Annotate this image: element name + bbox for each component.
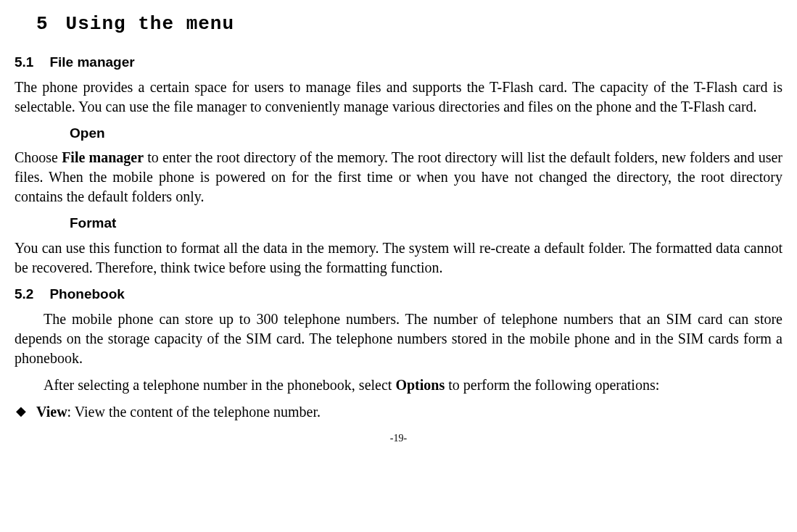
- bullet-text: View: View the content of the telephone …: [36, 402, 321, 422]
- file-manager-intro: The phone provides a certain space for u…: [15, 78, 782, 117]
- subsection-open: Open: [70, 124, 782, 143]
- open-body: Choose File manager to enter the root di…: [15, 148, 782, 207]
- section-heading-phonebook: 5.2Phonebook: [15, 285, 782, 304]
- chapter-number: 5: [36, 13, 49, 35]
- para2-before: After selecting a telephone number in th…: [44, 377, 395, 393]
- chapter-title: Using the menu: [66, 13, 234, 35]
- para2-bold: Options: [395, 377, 445, 393]
- phonebook-para2: After selecting a telephone number in th…: [15, 375, 782, 395]
- phonebook-para1: The mobile phone can store up to 300 tel…: [15, 309, 782, 368]
- open-before: Choose: [15, 149, 62, 165]
- open-bold: File manager: [62, 149, 144, 165]
- section-heading-file-manager: 5.1File manager: [15, 53, 782, 72]
- format-body: You can use this function to format all …: [15, 238, 782, 278]
- section-number: 5.1: [15, 54, 33, 70]
- chapter-heading: 5Using the menu: [36, 12, 782, 37]
- para2-after: to perform the following operations:: [445, 377, 659, 393]
- subsection-format: Format: [70, 214, 782, 233]
- bullet-rest: : View the content of the telephone numb…: [67, 404, 321, 420]
- page-number: -19-: [15, 432, 782, 446]
- section-title: Phonebook: [49, 286, 124, 302]
- diamond-bullet-icon: ◆: [16, 402, 26, 420]
- section-title: File manager: [49, 54, 134, 70]
- section-number: 5.2: [15, 286, 33, 302]
- bullet-label: View: [36, 404, 67, 420]
- list-item: ◆ View: View the content of the telephon…: [15, 402, 782, 422]
